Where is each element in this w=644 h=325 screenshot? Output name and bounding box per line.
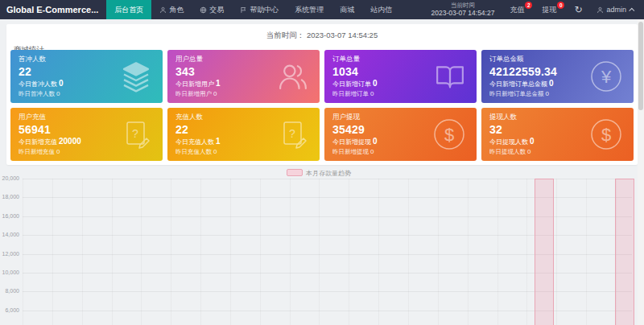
stat-card-first-recharge-users: 首冲人数 22 今日首冲人数0 昨日首冲人数0 <box>10 50 163 103</box>
chevron-up-icon <box>629 7 634 13</box>
nav-item-transactions[interactable]: 交易 <box>192 0 232 19</box>
clock-label: 当前时间 <box>431 2 494 9</box>
open-book-icon <box>434 60 466 93</box>
stat-card-total-orders: 订单总量 1034 今日新增订单0 昨日新增订单0 <box>324 50 477 103</box>
header-right: 当前时间 2023-03-07 14:54:27 充值 2 提现 0 ↻ adm… <box>423 0 644 19</box>
nav-item-label: 角色 <box>169 5 184 15</box>
y-axis-tick-label: 10,000 <box>0 269 19 275</box>
monthly-deposit-trend-chart: 本月存款量趋势 20,00018,00016,00014,00012,00010… <box>0 166 638 325</box>
refresh-icon[interactable]: ↻ <box>567 4 589 15</box>
top-navbar: Global E-Commerce... 后台首页 角色 交易 帮助中心 <box>0 0 644 19</box>
nav-item-label: 系统管理 <box>295 5 324 15</box>
user-avatar-icon <box>597 6 604 14</box>
help-flag-icon <box>240 6 247 14</box>
svg-text:?: ? <box>289 127 295 140</box>
clock-value: 2023-03-07 14:54:27 <box>431 9 494 18</box>
nav-item-system-management[interactable]: 系统管理 <box>287 0 332 19</box>
users-icon <box>277 60 309 93</box>
svg-text:?: ? <box>132 127 138 140</box>
stat-card-total-users: 用户总量 343 今日新增用户1 昨日新增用户0 <box>167 50 320 103</box>
chart-bar[interactable] <box>535 179 554 325</box>
stat-card-recharge-users: 充值人数 22 今日充值人数1 昨日充值人数0 ? <box>167 108 320 161</box>
y-axis-tick-label: 18,000 <box>0 194 19 200</box>
nav-item-label: 商城 <box>340 5 354 15</box>
stat-card-user-recharge: 用户充值 56941 今日新增充值20000 昨日新增充值0 ? <box>10 108 163 161</box>
dollar-circle-icon: $ <box>432 117 466 151</box>
vertical-scrollbar[interactable] <box>638 19 644 325</box>
dollar-circle-icon: $ <box>589 117 623 151</box>
y-axis-tick-label: 20,000 <box>0 175 19 181</box>
panel-current-time: 当前时间： 2023-03-07 14:54:25 <box>6 24 638 41</box>
nav-item-help-center[interactable]: 帮助中心 <box>232 0 287 19</box>
username: admin <box>606 6 626 14</box>
doc-question-icon: ? <box>120 118 152 150</box>
stats-panel: 当前时间： 2023-03-07 14:54:25 商城统计 首冲人数 22 今… <box>6 24 638 165</box>
legend-label: 本月存款量趋势 <box>306 170 351 177</box>
nav-item-label: 帮助中心 <box>250 5 279 15</box>
user-icon <box>159 6 167 14</box>
nav-item-dashboard[interactable]: 后台首页 <box>106 0 151 19</box>
recharge-link[interactable]: 充值 2 <box>502 0 535 19</box>
svg-text:$: $ <box>444 125 454 145</box>
panel-time-label: 当前时间： <box>266 31 305 39</box>
y-axis-tick-label: 16,000 <box>0 213 19 219</box>
plot-area <box>23 179 632 325</box>
nav-item-label: 站内信 <box>370 5 392 15</box>
main-nav: 后台首页 角色 交易 帮助中心 系统管理 <box>106 0 400 19</box>
stat-card-withdraw-users: 提现人数 32 今日提现人数0 昨日提现人数0 $ <box>481 108 634 161</box>
nav-item-roles[interactable]: 角色 <box>151 0 192 19</box>
legend-swatch <box>287 169 303 176</box>
y-axis-tick-label: 8,000 <box>0 288 19 294</box>
header-clock: 当前时间 2023-03-07 14:54:27 <box>423 2 502 18</box>
svg-text:¥: ¥ <box>601 67 612 87</box>
svg-text:$: $ <box>601 125 611 145</box>
chart-bar[interactable] <box>615 179 634 325</box>
chart-legend[interactable]: 本月存款量趋势 <box>0 169 638 178</box>
withdraw-link[interactable]: 提现 0 <box>535 0 567 19</box>
recharge-badge: 2 <box>525 2 532 9</box>
nav-item-mall[interactable]: 商城 <box>332 0 362 19</box>
nav-item-site-messages[interactable]: 站内信 <box>362 0 400 19</box>
scrollbar-thumb[interactable] <box>638 22 643 110</box>
y-axis-tick-label: 12,000 <box>0 251 19 257</box>
y-axis-tick-label: 14,000 <box>0 232 19 237</box>
y-axis-tick-label: 6,000 <box>0 307 19 313</box>
transactions-icon <box>200 6 207 14</box>
stat-card-total-order-amount: 订单总金额 42122559.34 今日新增订单总金额0 昨日新增订单总金额0 … <box>481 50 634 103</box>
panel-time-value: 2023-03-07 14:54:25 <box>307 31 378 39</box>
recharge-label: 充值 <box>510 5 524 15</box>
stat-cards-grid: 首冲人数 22 今日首冲人数0 昨日首冲人数0 用户总量 343 今日新增用户1… <box>10 50 634 161</box>
layers-icon <box>120 60 152 93</box>
yen-circle-icon: ¥ <box>589 60 623 93</box>
brand-title: Global E-Commerce... <box>0 0 106 19</box>
stat-card-user-withdraw: 用户提现 35429 今日新增提现0 昨日新增提现0 $ <box>324 108 477 161</box>
doc-question-icon: ? <box>277 118 309 150</box>
withdraw-badge: 0 <box>557 2 564 9</box>
nav-item-label: 交易 <box>209 5 224 15</box>
withdraw-label: 提现 <box>542 5 556 15</box>
user-menu[interactable]: admin <box>589 6 644 14</box>
nav-item-label: 后台首页 <box>114 5 143 15</box>
